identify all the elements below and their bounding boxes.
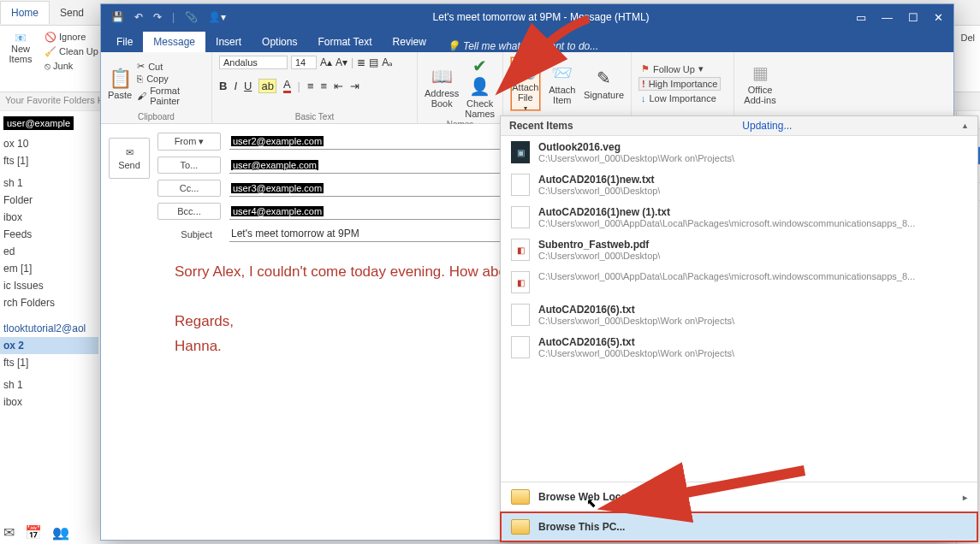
nav-search[interactable]: rch Folders <box>0 294 98 311</box>
nav-outbox[interactable]: ibox <box>0 209 98 226</box>
bg-new-items[interactable]: 📧 New Items <box>3 27 38 64</box>
grow-font-icon[interactable]: A▴ <box>320 56 332 68</box>
redo-icon[interactable]: ↷ <box>153 11 162 23</box>
recent-item[interactable]: ◧ Subentro_Fastweb.pdfC:\Users\xworl_000… <box>501 234 977 266</box>
copy-button[interactable]: ⎘Copy <box>137 74 205 84</box>
book-icon: 📖 <box>431 66 453 86</box>
recent-item[interactable]: AutoCAD2016(1)new.txtC:\Users\xworl_000\… <box>501 169 977 201</box>
nav-archived[interactable]: ed <box>0 243 98 260</box>
browse-pc-button[interactable]: Browse This PC... <box>501 512 977 541</box>
attach-quick-icon[interactable]: 📎 <box>185 11 198 23</box>
attach-item-icon: 📨 <box>551 62 573 83</box>
office-addins-button[interactable]: ▦ Office Add-ins <box>741 62 779 105</box>
send-button[interactable]: ✉ Send <box>109 138 150 179</box>
indent-icon[interactable]: ⇥ <box>350 80 359 92</box>
nav-drafts-2[interactable]: fts [1] <box>0 354 98 371</box>
important-icon: ! <box>642 79 645 89</box>
folder-pane: user@example ox 10 fts [1] sh 1 Folder i… <box>0 111 98 544</box>
window-title: Let's meet tomorrow at 9PM - Message (HT… <box>226 11 856 23</box>
align-center-icon[interactable]: ≡ <box>321 80 328 92</box>
bg-delete[interactable]: Del <box>960 27 977 43</box>
brush-icon: 🖌 <box>137 91 146 101</box>
from-button[interactable]: From ▾ <box>157 133 221 151</box>
tab-insert[interactable]: Insert <box>205 32 252 52</box>
nav-inbox-2[interactable]: ox 2 <box>0 337 98 354</box>
tell-me-search[interactable]: 💡 Tell me what you want to do... <box>447 40 598 52</box>
bullets-icon[interactable]: ≣ <box>357 56 365 68</box>
tab-file[interactable]: File <box>106 32 143 52</box>
attach-file-dropdown: Recent Items Updating... ▲ ▣ Outlook2016… <box>500 115 978 542</box>
browse-web-button[interactable]: Browse Web Locations ▸ <box>501 482 977 511</box>
recent-item[interactable]: AutoCAD2016(6).txtC:\Users\xworl_000\Des… <box>501 299 977 331</box>
nav-drafts[interactable]: fts [1] <box>0 152 98 169</box>
recent-item[interactable]: AutoCAD2016(5).txtC:\Users\xworl_000\Des… <box>501 331 977 364</box>
close-icon[interactable]: ✕ <box>934 11 943 24</box>
cut-button[interactable]: ✂Cut <box>137 61 205 72</box>
account-2[interactable]: tlooktutorial2@aol <box>0 320 98 337</box>
addins-icon: ▦ <box>752 62 769 83</box>
nav-trash-2[interactable]: sh 1 <box>0 376 98 393</box>
address-book-button[interactable]: 📖 Address Book <box>425 66 459 109</box>
align-left-icon[interactable]: ≡ <box>307 80 314 92</box>
save-icon[interactable]: 💾 <box>111 11 124 23</box>
outdent-icon[interactable]: ⇤ <box>334 80 343 92</box>
nav-sync[interactable]: ic Issues <box>0 277 98 294</box>
low-importance-button[interactable]: ↓Low Importance <box>638 92 721 104</box>
signature-button[interactable]: ✎ Signature <box>584 68 624 100</box>
nav-feeds[interactable]: Feeds <box>0 226 98 243</box>
follow-up-button[interactable]: ⚑Follow Up ▾ <box>638 62 721 75</box>
new-mail-icon: 📧 <box>15 33 27 44</box>
recent-item[interactable]: ▣ Outlook2016.vegC:\Users\xworl_000\Desk… <box>501 136 977 169</box>
scroll-up-icon[interactable]: ▲ <box>961 121 969 130</box>
to-button[interactable]: To... <box>157 157 221 174</box>
nav-outbox-2[interactable]: ibox <box>0 393 98 411</box>
format-painter-button[interactable]: 🖌Format Painter <box>137 86 205 106</box>
calendar-icon[interactable]: 📅 <box>25 524 42 541</box>
underline-button[interactable]: U <box>244 80 252 92</box>
font-family-select[interactable]: Andalus <box>219 56 288 69</box>
high-importance-button[interactable]: !High Importance <box>638 77 721 91</box>
tab-review[interactable]: Review <box>383 32 437 52</box>
text-file-icon <box>511 336 530 358</box>
recent-item[interactable]: AutoCAD2016(1)new (1).txtC:\Users\xworl_… <box>501 201 977 234</box>
bold-button[interactable]: B <box>219 80 227 92</box>
paste-button[interactable]: 📋 Paste <box>108 68 132 100</box>
send-icon: ✉ <box>126 147 134 158</box>
people-icon[interactable]: 👥 <box>52 524 69 541</box>
font-size-select[interactable]: 14 <box>291 56 317 69</box>
bg-tab-home[interactable]: Home <box>0 1 50 24</box>
shrink-font-icon[interactable]: A▾ <box>336 56 347 68</box>
undo-icon[interactable]: ↶ <box>134 11 143 23</box>
minimize-icon[interactable]: — <box>882 11 893 24</box>
tab-options[interactable]: Options <box>252 32 307 52</box>
attach-file-button[interactable]: 📎 Attach File ▾ <box>510 56 541 111</box>
attach-item-button[interactable]: 📨 Attach Item <box>546 62 579 105</box>
mail-icon[interactable]: ✉ <box>3 524 15 541</box>
font-color-icon[interactable]: A <box>283 78 291 93</box>
italic-button[interactable]: I <box>234 80 237 92</box>
nav-sent[interactable]: em [1] <box>0 260 98 277</box>
account-1[interactable]: user@example <box>3 116 74 130</box>
ribbon-options-icon[interactable]: ▭ <box>856 11 866 24</box>
bg-ignore[interactable]: 🚫 Ignore <box>43 31 100 44</box>
cc-button[interactable]: Cc... <box>157 180 221 197</box>
bg-tab-send[interactable]: Send <box>50 2 94 24</box>
nav-inbox[interactable]: ox 10 <box>0 135 98 152</box>
bg-cleanup[interactable]: 🧹 Clean Up <box>43 45 100 58</box>
recent-item[interactable]: ◧ C:\Users\xworl_000\AppData\Local\Packa… <box>501 266 977 299</box>
tab-message[interactable]: Message <box>143 32 205 52</box>
pdf-file-icon: ◧ <box>511 239 530 261</box>
recent-items-label: Recent Items <box>509 120 573 132</box>
numbering-icon[interactable]: ▤ <box>369 56 378 68</box>
bcc-button[interactable]: Bcc... <box>157 203 221 220</box>
bg-junk[interactable]: ⦸ Junk <box>43 60 100 73</box>
highlight-icon[interactable]: ab <box>258 79 276 93</box>
maximize-icon[interactable]: ☐ <box>908 11 918 24</box>
nav-folder[interactable]: Folder <box>0 192 98 209</box>
styles-icon[interactable]: Aₐ <box>382 56 393 68</box>
clipboard-icon: 📋 <box>109 68 132 90</box>
tab-format[interactable]: Format Text <box>307 32 382 52</box>
nav-trash[interactable]: sh 1 <box>0 174 98 192</box>
person-icon[interactable]: 👤▾ <box>208 11 226 23</box>
check-names-button[interactable]: ✔👤 Check Names <box>464 56 496 119</box>
